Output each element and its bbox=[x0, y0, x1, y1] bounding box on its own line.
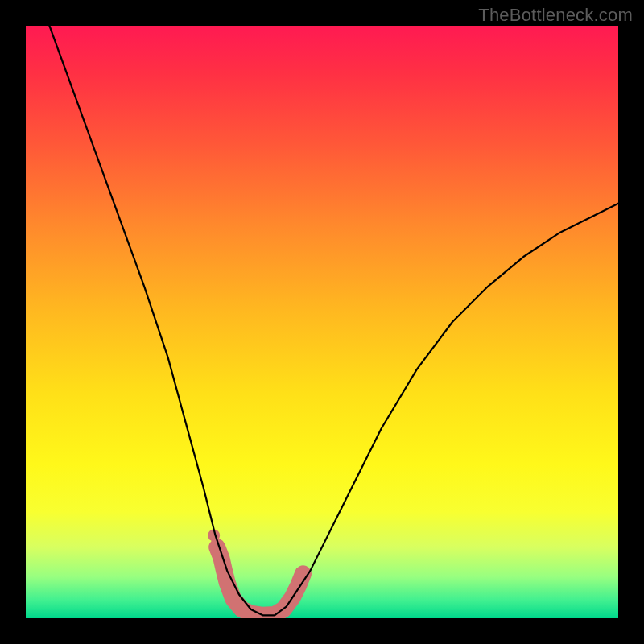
chart-frame: TheBottleneck.com bbox=[0, 0, 644, 644]
chart-svg bbox=[26, 26, 618, 618]
bottleneck-curve bbox=[49, 26, 618, 615]
watermark-text: TheBottleneck.com bbox=[478, 5, 633, 26]
plot-area bbox=[26, 26, 618, 618]
